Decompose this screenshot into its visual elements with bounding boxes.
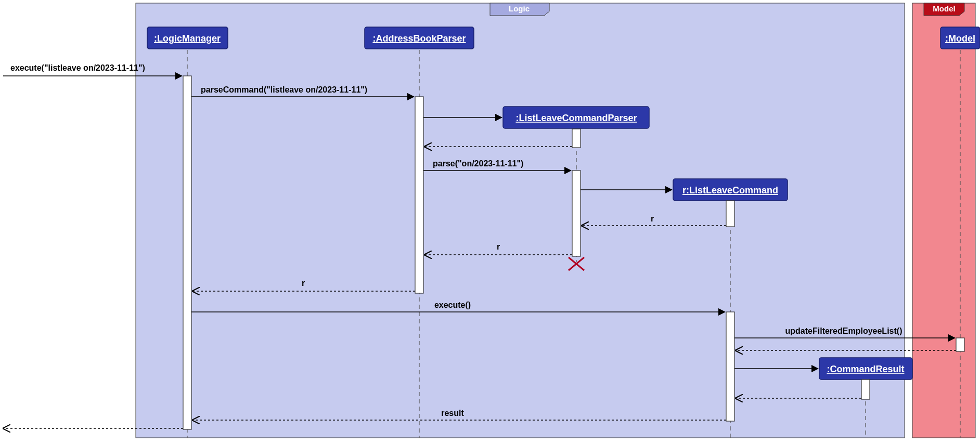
svg-text:r:ListLeaveCommand: r:ListLeaveCommand [682, 185, 778, 195]
msg-updatefilteredlist: updateFilteredEmployeeList() [785, 327, 902, 335]
frame-logic-title: Logic [509, 4, 530, 13]
activation-model [956, 338, 964, 351]
participant-addressbookparser: :AddressBookParser [365, 27, 474, 49]
sequence-diagram: Logic Model :LogicManager :AddressBookPa… [0, 0, 980, 444]
msg-r3: r [302, 279, 305, 288]
msg-execute-in: execute("listleave on/2023-11-11") [10, 63, 145, 72]
svg-text::CommandResult: :CommandResult [827, 364, 904, 374]
activation-addressbookparser [415, 97, 423, 293]
activation-listleavecommandparser-2 [572, 171, 581, 256]
msg-parsecommand: parseCommand("listleave on/2023-11-11") [201, 85, 367, 94]
msg-parse: parse("on/2023-11-11") [433, 159, 523, 168]
participant-logicmanager: :LogicManager [147, 27, 228, 49]
participant-model: :Model [940, 27, 980, 49]
participant-listleavecommand: r:ListLeaveCommand [673, 179, 788, 201]
svg-text::Model: :Model [945, 33, 975, 44]
svg-text::ListLeaveCommandParser: :ListLeaveCommandParser [515, 113, 637, 123]
activation-commandresult [861, 380, 870, 399]
svg-text::LogicManager: :LogicManager [154, 33, 221, 44]
msg-execute: execute() [434, 301, 471, 309]
activation-logicmanager [183, 76, 191, 429]
svg-text::AddressBookParser: :AddressBookParser [372, 33, 466, 44]
msg-result: result [441, 409, 464, 417]
frame-logic [136, 3, 905, 438]
msg-r1: r [651, 214, 654, 223]
participant-commandresult: :CommandResult [819, 358, 912, 380]
activation-listleavecommandparser-1 [572, 129, 581, 148]
activation-listleavecommand-2 [726, 312, 734, 421]
participant-listleavecommandparser: :ListLeaveCommandParser [503, 107, 649, 128]
activation-listleavecommand-1 [726, 201, 734, 227]
frame-model-title: Model [933, 4, 955, 13]
frame-model [912, 3, 975, 438]
msg-r2: r [497, 242, 500, 251]
